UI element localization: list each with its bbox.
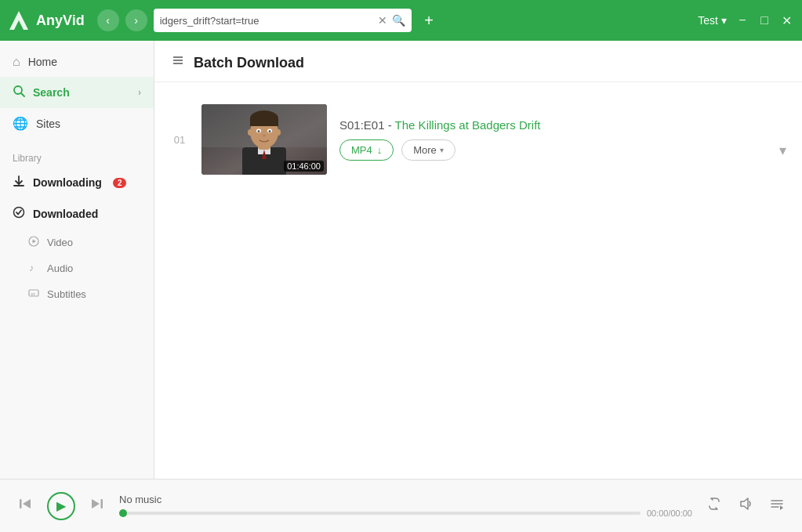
- svg-text:cc: cc: [31, 291, 36, 296]
- video-info: S01:E01 - The Killings at Badgers Drift …: [339, 118, 786, 161]
- window-controls: − □ ✕: [733, 11, 796, 30]
- player-no-music: No music: [119, 494, 692, 505]
- bottom-player: ▶ No music 00:00/00:00: [0, 479, 802, 532]
- downloaded-icon: [13, 206, 25, 222]
- sidebar-subitem-subtitles-label: Subtitles: [47, 288, 86, 300]
- svg-text:♪: ♪: [29, 262, 34, 273]
- player-progress: 00:00/00:00: [119, 508, 692, 518]
- close-button[interactable]: ✕: [777, 11, 796, 30]
- mp4-download-button[interactable]: MP4 ↓: [339, 139, 394, 161]
- svg-rect-24: [250, 118, 278, 126]
- svg-point-29: [263, 135, 266, 137]
- sidebar-item-sites-label: Sites: [36, 118, 60, 130]
- back-button[interactable]: ‹: [97, 9, 119, 31]
- prev-button[interactable]: [13, 494, 38, 519]
- search-icon[interactable]: 🔍: [392, 14, 405, 27]
- logo-icon: [6, 8, 31, 33]
- sites-icon: 🌐: [13, 116, 28, 131]
- sidebar-item-downloading[interactable]: Downloading 2: [0, 167, 154, 198]
- download-icon: [13, 175, 25, 190]
- repeat-icon: [706, 496, 722, 516]
- next-icon: [89, 496, 105, 516]
- sidebar-subitem-audio[interactable]: ♪ Audio: [0, 255, 154, 281]
- address-bar[interactable]: idgers_drift?start=true ✕ 🔍: [154, 9, 412, 32]
- sidebar-item-search-label: Search: [33, 86, 70, 99]
- sidebar-nav: ⌂ Home Search › 🌐 Sites: [0, 41, 154, 145]
- subtitles-subitem-icon: cc: [28, 288, 39, 301]
- app-name: AnyVid: [36, 13, 85, 29]
- content-area: Batch Download 01: [154, 41, 802, 479]
- forward-button[interactable]: ›: [125, 9, 147, 31]
- audio-subitem-icon: ♪: [28, 262, 39, 275]
- svg-point-31: [276, 129, 281, 136]
- search-arrow-icon: ›: [138, 87, 141, 98]
- svg-marker-40: [780, 505, 783, 510]
- title-bar: AnyVid ‹ › idgers_drift?start=true ✕ 🔍 +…: [0, 0, 802, 41]
- add-tab-button[interactable]: +: [418, 9, 440, 31]
- player-right-controls: [702, 494, 789, 519]
- progress-dot: [119, 509, 127, 517]
- svg-marker-8: [33, 240, 37, 244]
- tab-close-icon[interactable]: ✕: [378, 14, 387, 27]
- expand-button[interactable]: ▾: [779, 142, 786, 159]
- play-button[interactable]: ▶: [47, 492, 75, 520]
- play-icon: ▶: [56, 498, 66, 513]
- title-text: The Killings at Badgers Drift: [395, 118, 541, 132]
- svg-point-28: [269, 130, 271, 132]
- more-label: More: [413, 144, 437, 156]
- main-layout: ⌂ Home Search › 🌐 Sites Library: [0, 41, 802, 479]
- account-chevron-icon: ▾: [721, 14, 727, 27]
- expand-icon: ▾: [779, 143, 786, 158]
- video-subitem-icon: [28, 236, 39, 249]
- time-display: 00:00/00:00: [647, 508, 692, 518]
- thumbnail-wrapper: 01:46:00: [201, 104, 327, 175]
- item-number: 01: [170, 134, 189, 146]
- episode-label: S01:E01 -: [339, 118, 395, 132]
- video-list: 01: [154, 82, 802, 479]
- svg-marker-33: [23, 499, 31, 508]
- logo-area: AnyVid: [6, 8, 85, 33]
- video-actions: MP4 ↓ More ▾ ▾: [339, 139, 786, 161]
- sidebar-item-search[interactable]: Search ›: [0, 77, 154, 108]
- mp4-label: MP4: [351, 144, 372, 156]
- svg-rect-34: [101, 499, 103, 508]
- player-info: No music 00:00/00:00: [119, 494, 692, 518]
- account-label: Test: [698, 14, 718, 27]
- volume-icon: [738, 496, 753, 516]
- svg-point-27: [258, 130, 260, 132]
- maximize-button[interactable]: □: [755, 11, 774, 30]
- sidebar-item-home[interactable]: ⌂ Home: [0, 47, 154, 77]
- svg-marker-35: [92, 499, 100, 508]
- sidebar-item-sites[interactable]: 🌐 Sites: [0, 108, 154, 139]
- svg-line-3: [21, 93, 24, 96]
- minimize-button[interactable]: −: [733, 11, 752, 30]
- playlist-button[interactable]: [764, 494, 789, 519]
- downloading-badge: 2: [113, 178, 127, 188]
- playlist-icon: [769, 496, 785, 516]
- progress-bar[interactable]: [119, 512, 641, 515]
- sidebar-subitem-video[interactable]: Video: [0, 230, 154, 255]
- url-text: idgers_drift?start=true: [160, 15, 373, 27]
- sidebar-subitem-audio-label: Audio: [47, 262, 73, 274]
- more-button[interactable]: More ▾: [401, 139, 455, 161]
- next-button[interactable]: [85, 494, 110, 519]
- account-button[interactable]: Test ▾: [698, 14, 727, 27]
- video-title: S01:E01 - The Killings at Badgers Drift: [339, 118, 786, 132]
- batch-download-icon: [170, 53, 186, 72]
- sidebar: ⌂ Home Search › 🌐 Sites Library: [0, 41, 154, 479]
- home-icon: ⌂: [13, 55, 20, 69]
- video-duration: 01:46:00: [284, 161, 324, 172]
- prev-icon: [17, 496, 33, 516]
- download-arrow-icon: ↓: [377, 144, 383, 156]
- volume-button[interactable]: [733, 494, 758, 519]
- more-chevron-icon: ▾: [440, 146, 444, 154]
- page-title: Batch Download: [194, 55, 304, 71]
- sidebar-item-downloaded[interactable]: Downloaded: [0, 198, 154, 230]
- sidebar-subitem-subtitles[interactable]: cc Subtitles: [0, 281, 154, 307]
- svg-point-30: [248, 129, 252, 136]
- library-label: Library: [0, 145, 154, 167]
- svg-marker-36: [741, 498, 748, 509]
- sidebar-subitem-video-label: Video: [47, 237, 73, 248]
- repeat-button[interactable]: [702, 494, 727, 519]
- sidebar-downloading-label: Downloading: [33, 176, 102, 189]
